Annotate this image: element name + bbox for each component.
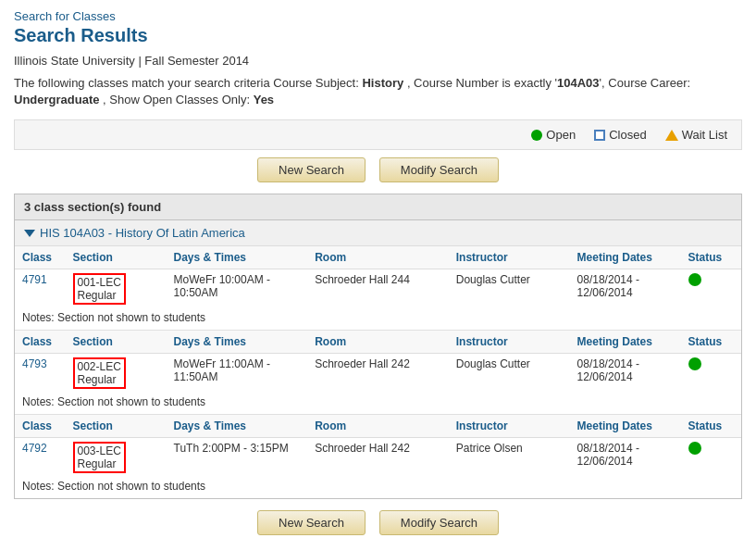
col-header-class: Class bbox=[15, 246, 66, 269]
status-open-icon-3 bbox=[688, 442, 701, 455]
section-group-2: Class Section Days & Times Room Instruct… bbox=[15, 331, 741, 415]
legend-waitlist: Wait List bbox=[665, 128, 727, 142]
col-header-days-2: Days & Times bbox=[167, 331, 308, 354]
room: Schroeder Hall 242 bbox=[307, 354, 449, 394]
status-open-icon bbox=[688, 273, 701, 286]
page-title: Search Results bbox=[14, 25, 742, 46]
class-num[interactable]: 4792 bbox=[15, 438, 66, 478]
status bbox=[681, 438, 741, 478]
col-header-room-3: Room bbox=[307, 415, 449, 438]
new-search-button-top[interactable]: New Search bbox=[257, 157, 366, 182]
top-buttons-bar: New Search Modify Search bbox=[14, 157, 742, 182]
section-group-1: Class Section Days & Times Room Instruct… bbox=[15, 246, 741, 331]
section-box[interactable]: 002-LEC Regular bbox=[73, 357, 126, 389]
section-code: 002-LEC Regular bbox=[66, 354, 167, 394]
col-header-days-3: Days & Times bbox=[167, 415, 308, 438]
class-num[interactable]: 4793 bbox=[15, 354, 66, 394]
section-table-3: Class Section Days & Times Room Instruct… bbox=[15, 415, 741, 477]
col-header-room-2: Room bbox=[307, 331, 449, 354]
instructor: Douglas Cutter bbox=[449, 269, 570, 309]
table-row: 4793 002-LEC Regular MoWeFr 11:00AM - 11… bbox=[15, 354, 741, 394]
status bbox=[681, 354, 741, 394]
new-search-button-bottom[interactable]: New Search bbox=[257, 510, 366, 535]
col-header-status-3: Status bbox=[681, 415, 741, 438]
university-info: Illinois State University | Fall Semeste… bbox=[14, 54, 742, 68]
breadcrumb[interactable]: Search for Classes bbox=[14, 9, 742, 23]
col-header-status-2: Status bbox=[681, 331, 741, 354]
days-times: MoWeFr 11:00AM - 11:50AM bbox=[167, 354, 308, 394]
collapse-icon[interactable] bbox=[24, 230, 35, 237]
search-criteria: The following classes match your search … bbox=[14, 75, 742, 108]
notes-1: Notes: Section not shown to students bbox=[15, 308, 741, 330]
status bbox=[681, 269, 741, 309]
col-header-class-2: Class bbox=[15, 331, 66, 354]
breadcrumb-link[interactable]: Search for Classes bbox=[14, 9, 116, 23]
legend-bar: Open Closed Wait List bbox=[14, 119, 742, 150]
open-icon bbox=[531, 130, 542, 141]
col-header-days: Days & Times bbox=[167, 246, 308, 269]
section-group-3: Class Section Days & Times Room Instruct… bbox=[15, 415, 741, 498]
notes-3: Notes: Section not shown to students bbox=[15, 477, 741, 498]
col-header-room: Room bbox=[307, 246, 449, 269]
section-box[interactable]: 003-LEC Regular bbox=[73, 442, 126, 473]
course-header: HIS 104A03 - History Of Latin America bbox=[15, 220, 741, 246]
col-header-instructor-2: Instructor bbox=[449, 331, 570, 354]
col-header-section-2: Section bbox=[66, 331, 167, 354]
col-header-meeting-3: Meeting Dates bbox=[570, 415, 681, 438]
meeting-dates: 08/18/2014 - 12/06/2014 bbox=[570, 438, 681, 478]
section-code: 003-LEC Regular bbox=[66, 438, 167, 478]
instructor: Patrice Olsen bbox=[449, 438, 570, 478]
results-container: 3 class section(s) found HIS 104A03 - Hi… bbox=[14, 194, 742, 499]
legend-open: Open bbox=[531, 128, 576, 142]
instructor: Douglas Cutter bbox=[449, 354, 570, 394]
meeting-dates: 08/18/2014 - 12/06/2014 bbox=[570, 269, 681, 309]
col-header-class-3: Class bbox=[15, 415, 66, 438]
course-name-link[interactable]: HIS 104A03 - History Of Latin America bbox=[40, 226, 245, 240]
section-table-2: Class Section Days & Times Room Instruct… bbox=[15, 331, 741, 393]
table-row: 4792 003-LEC Regular TuTh 2:00PM - 3:15P… bbox=[15, 438, 741, 478]
col-header-instructor: Instructor bbox=[449, 246, 570, 269]
status-open-icon-2 bbox=[688, 357, 701, 370]
notes-2: Notes: Section not shown to students bbox=[15, 393, 741, 414]
days-times: MoWeFr 10:00AM - 10:50AM bbox=[167, 269, 308, 309]
modify-search-button-bottom[interactable]: Modify Search bbox=[379, 510, 499, 535]
bottom-buttons-bar: New Search Modify Search bbox=[14, 510, 742, 535]
col-header-meeting: Meeting Dates bbox=[570, 246, 681, 269]
col-header-status: Status bbox=[681, 246, 741, 269]
legend-closed: Closed bbox=[594, 128, 646, 142]
meeting-dates: 08/18/2014 - 12/06/2014 bbox=[570, 354, 681, 394]
section-code: 001-LEC Regular bbox=[66, 269, 167, 309]
room: Schroeder Hall 244 bbox=[307, 269, 449, 309]
closed-icon bbox=[594, 130, 605, 141]
class-num[interactable]: 4791 bbox=[15, 269, 66, 309]
waitlist-icon bbox=[665, 130, 678, 141]
col-header-meeting-2: Meeting Dates bbox=[570, 331, 681, 354]
col-header-section: Section bbox=[66, 246, 167, 269]
col-header-instructor-3: Instructor bbox=[449, 415, 570, 438]
table-row: 4791 001-LEC Regular MoWeFr 10:00AM - 10… bbox=[15, 269, 741, 309]
col-header-section-3: Section bbox=[66, 415, 167, 438]
results-header: 3 class section(s) found bbox=[15, 194, 741, 220]
days-times: TuTh 2:00PM - 3:15PM bbox=[167, 438, 308, 478]
section-box[interactable]: 001-LEC Regular bbox=[73, 273, 126, 305]
modify-search-button-top[interactable]: Modify Search bbox=[379, 157, 499, 182]
section-table-1: Class Section Days & Times Room Instruct… bbox=[15, 246, 741, 308]
room: Schroeder Hall 242 bbox=[307, 438, 449, 478]
